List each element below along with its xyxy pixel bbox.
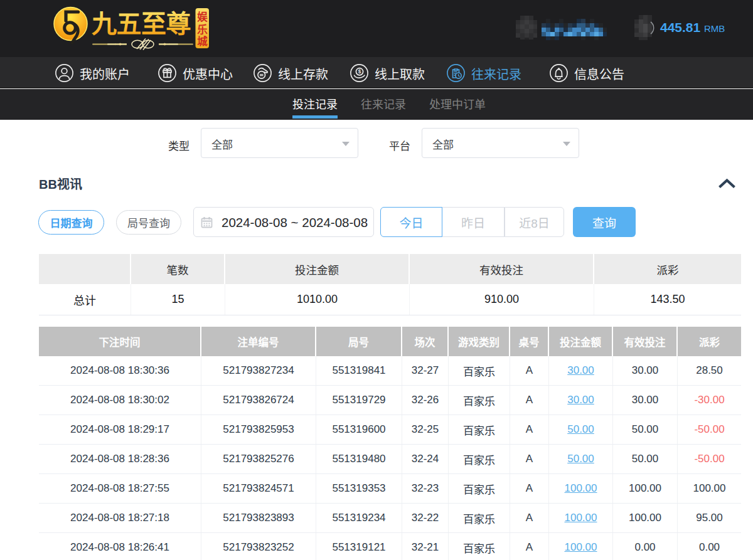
svg-text:城: 城 bbox=[197, 36, 208, 48]
svg-text:乐: 乐 bbox=[197, 24, 208, 36]
svg-text:娱: 娱 bbox=[197, 11, 208, 23]
svg-text:$: $ bbox=[358, 69, 361, 75]
svg-text:九五至尊: 九五至尊 bbox=[92, 10, 191, 38]
